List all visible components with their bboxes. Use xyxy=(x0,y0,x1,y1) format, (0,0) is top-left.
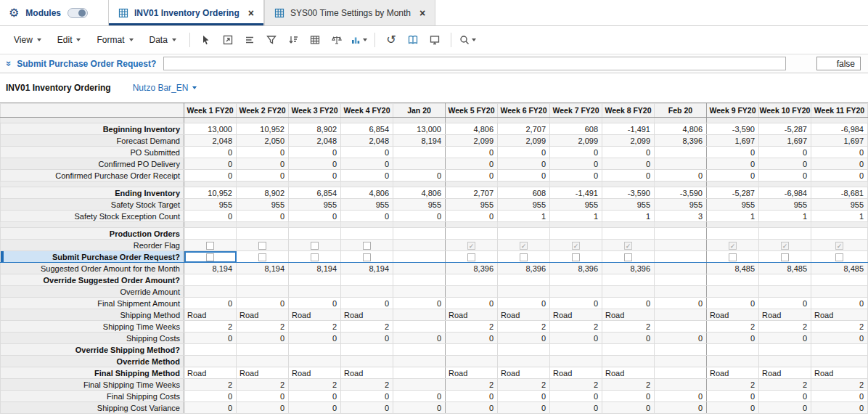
grid-cell[interactable]: 0 xyxy=(446,170,498,182)
grid-cell[interactable] xyxy=(289,228,341,240)
grid-cell[interactable] xyxy=(602,274,655,286)
grid-cell[interactable] xyxy=(446,286,498,298)
grid-cell[interactable]: 955 xyxy=(602,199,655,211)
grid-cell[interactable]: 0 xyxy=(237,333,289,344)
grid-cell[interactable]: 8,902 xyxy=(237,187,289,199)
grid-cell[interactable]: Road xyxy=(341,367,393,379)
grid-cell[interactable]: 0 xyxy=(498,391,550,402)
row-label[interactable]: Override Shipping Method? xyxy=(1,344,184,356)
grid-cell[interactable] xyxy=(498,344,550,356)
checkbox[interactable] xyxy=(311,242,319,250)
grid-cell[interactable] xyxy=(393,274,446,286)
grid-cell[interactable] xyxy=(341,228,393,240)
grid-cell[interactable] xyxy=(341,356,393,367)
grid-cell[interactable]: -1,491 xyxy=(602,123,655,135)
grid-cell[interactable]: 0 xyxy=(237,170,289,182)
grid-cell[interactable] xyxy=(237,240,289,251)
checkbox[interactable] xyxy=(781,253,789,261)
grid-cell[interactable]: Road xyxy=(237,309,289,321)
grid-cell[interactable] xyxy=(498,356,550,367)
grid-cell[interactable]: 0 xyxy=(602,147,655,158)
grid-cell[interactable]: 8,396 xyxy=(550,263,602,274)
grid-cell[interactable]: 8,194 xyxy=(393,135,446,147)
grid-cell[interactable]: Road xyxy=(759,309,811,321)
grid-cell[interactable]: 4,806 xyxy=(655,123,707,135)
grid-cell[interactable]: 1 xyxy=(498,211,550,222)
grid-cell[interactable]: 0 xyxy=(759,333,811,344)
checkbox[interactable] xyxy=(467,253,475,261)
grid-cell[interactable]: 0 xyxy=(446,147,498,158)
row-label[interactable]: Submit Purchase Order Request? xyxy=(1,251,184,263)
grid-cell[interactable]: 0 xyxy=(602,158,655,170)
grid-cell[interactable]: -3,590 xyxy=(602,187,655,199)
grid-cell[interactable]: 0 xyxy=(759,402,811,414)
grid-cell[interactable]: 2,048 xyxy=(289,135,341,147)
grid-cell[interactable]: 2 xyxy=(759,321,811,333)
grid-cell[interactable]: 2 xyxy=(707,379,759,391)
grid-cell[interactable]: 0 xyxy=(184,298,237,309)
grid-cell[interactable]: 0 xyxy=(498,147,550,158)
grid-cell[interactable]: 0 xyxy=(759,158,811,170)
grid-cell[interactable]: 0 xyxy=(184,158,237,170)
grid-cell[interactable]: Road xyxy=(498,367,550,379)
checkbox[interactable] xyxy=(258,242,266,250)
collapse-chevrons-icon[interactable]: » xyxy=(4,61,14,66)
checkbox[interactable] xyxy=(572,253,580,261)
grid-cell[interactable] xyxy=(655,240,707,251)
menu-edit[interactable]: Edit xyxy=(49,30,89,49)
grid-cell[interactable] xyxy=(237,356,289,367)
grid-cell[interactable]: ✓ xyxy=(707,240,759,251)
grid-cell[interactable]: -6,984 xyxy=(759,187,811,199)
grid-cell[interactable]: 0 xyxy=(393,333,446,344)
grid-cell[interactable]: Road xyxy=(184,367,237,379)
grid-cell[interactable]: 0 xyxy=(341,158,393,170)
grid-cell[interactable]: 8,194 xyxy=(289,263,341,274)
grid-cell[interactable]: 8,485 xyxy=(759,263,811,274)
grid-cell[interactable] xyxy=(707,274,759,286)
grid-cell[interactable]: 955 xyxy=(811,199,868,211)
grid-cell[interactable] xyxy=(759,274,811,286)
grid-cell[interactable] xyxy=(184,228,237,240)
grid-cell[interactable] xyxy=(655,274,707,286)
row-label[interactable]: Shipping Method xyxy=(1,309,184,321)
grid-cell[interactable]: 0 xyxy=(655,298,707,309)
column-header[interactable]: Week 4 FY20 xyxy=(341,104,393,118)
grid-cell[interactable]: 955 xyxy=(237,199,289,211)
grid-cell[interactable]: 0 xyxy=(811,158,868,170)
grid-cell[interactable] xyxy=(550,356,602,367)
grid-cell[interactable] xyxy=(759,286,811,298)
grid-cell[interactable]: 608 xyxy=(550,123,602,135)
grid-cell[interactable]: 0 xyxy=(707,298,759,309)
grid-cell[interactable]: 0 xyxy=(550,391,602,402)
column-header[interactable]: Week 10 FY20 xyxy=(759,104,811,118)
grid-cell[interactable]: 955 xyxy=(289,199,341,211)
grid-cell[interactable]: 8,485 xyxy=(811,263,868,274)
grid-cell[interactable]: 0 xyxy=(707,402,759,414)
grid-cell[interactable] xyxy=(237,251,289,263)
grid-cell[interactable] xyxy=(655,356,707,367)
grid-cell[interactable]: 0 xyxy=(237,298,289,309)
grid-cell[interactable]: 0 xyxy=(237,211,289,222)
grid-cell[interactable]: Road xyxy=(602,367,655,379)
open-view-icon[interactable] xyxy=(218,30,237,49)
grid-cell[interactable]: ✓ xyxy=(811,240,868,251)
grid-cell[interactable]: 0 xyxy=(393,298,446,309)
grid-cell[interactable] xyxy=(184,286,237,298)
grid-cell[interactable]: 0 xyxy=(237,391,289,402)
grid-cell[interactable] xyxy=(707,356,759,367)
grid-cell[interactable]: 2 xyxy=(811,379,868,391)
grid-cell[interactable]: 955 xyxy=(550,199,602,211)
grid-cell[interactable] xyxy=(393,286,446,298)
grid-cell[interactable] xyxy=(602,286,655,298)
grid-cell[interactable] xyxy=(393,309,446,321)
grid-cell[interactable]: 0 xyxy=(289,158,341,170)
grid-cell[interactable]: 1 xyxy=(707,211,759,222)
grid-cell[interactable]: 0 xyxy=(811,333,868,344)
grid-cell[interactable] xyxy=(655,344,707,356)
balance-icon[interactable] xyxy=(327,30,346,49)
grid-cell[interactable] xyxy=(341,240,393,251)
checkbox[interactable]: ✓ xyxy=(781,242,789,250)
grid-cell[interactable]: 2,707 xyxy=(446,187,498,199)
grid-cell[interactable]: 0 xyxy=(341,147,393,158)
grid-cell[interactable] xyxy=(811,356,868,367)
